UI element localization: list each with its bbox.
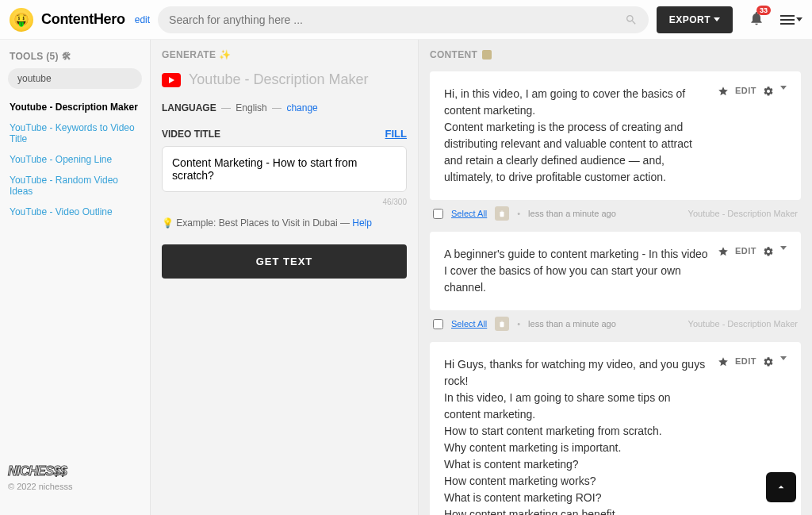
global-search[interactable]	[158, 6, 649, 33]
caret-down-icon	[780, 356, 787, 360]
search-input[interactable]	[169, 13, 625, 26]
youtube-icon	[162, 73, 181, 87]
source-label: Youtube - Description Maker	[688, 319, 798, 329]
gear-icon[interactable]	[763, 86, 774, 98]
tool-title: Youtube - Description Maker	[189, 71, 368, 88]
app-logo: 🤑	[10, 8, 33, 32]
language-row: LANGUAGE — English — change	[162, 102, 407, 113]
result-footer: Select All • less than a minute ago Yout…	[430, 310, 801, 342]
result-card: A beginner's guide to content marketing …	[430, 232, 801, 310]
video-title-label: VIDEO TITLE	[162, 129, 220, 140]
star-icon[interactable]	[718, 86, 729, 98]
example-row: 💡 Example: Best Places to Visit in Dubai…	[162, 217, 407, 229]
sidebar-item-keywords-to-title[interactable]: YouTube - Keywords to Video Title	[8, 117, 142, 149]
select-all-link[interactable]: Select All	[451, 319, 487, 329]
sidebar-item-description-maker[interactable]: Youtube - Description Maker	[8, 97, 142, 117]
gear-icon[interactable]	[763, 356, 774, 369]
bulb-icon: 💡	[162, 217, 174, 229]
generate-panel: GENERATE ✨ Youtube - Description Maker L…	[151, 40, 419, 515]
change-language-link[interactable]: change	[286, 102, 317, 113]
edit-button[interactable]: EDIT	[735, 356, 756, 366]
caret-down-icon	[780, 246, 787, 250]
star-icon[interactable]	[718, 246, 729, 259]
sidebar-header: TOOLS (5) 🛠	[10, 51, 142, 62]
dot-separator: •	[517, 319, 520, 329]
source-label: Youtube - Description Maker	[688, 209, 798, 218]
star-icon[interactable]	[718, 356, 729, 369]
gear-icon[interactable]	[763, 246, 774, 259]
edit-link[interactable]: edit	[135, 14, 150, 25]
content-panel: CONTENT Hi, in this video, I am going to…	[419, 40, 812, 515]
copyright: © 2022 nichesss	[8, 482, 142, 491]
tools-label: TOOLS (5)	[10, 51, 59, 62]
notification-badge: 33	[756, 6, 771, 15]
sidebar-footer: NICHES$$ © 2022 nichesss	[8, 464, 142, 507]
timestamp: less than a minute ago	[528, 209, 616, 218]
export-button[interactable]: EXPORT	[657, 6, 733, 33]
brand-name: ContentHero	[41, 11, 125, 28]
video-title-input[interactable]	[162, 146, 407, 192]
delete-button[interactable]	[495, 317, 509, 331]
language-label: LANGUAGE	[162, 102, 216, 113]
main-layout: TOOLS (5) 🛠 Youtube - Description Maker …	[0, 40, 812, 515]
select-checkbox[interactable]	[433, 209, 443, 219]
result-footer: Select All • less than a minute ago Yout…	[430, 200, 801, 232]
sparkle-icon: ✨	[219, 49, 231, 60]
card-actions: EDIT	[718, 86, 787, 186]
sidebar-item-opening-line[interactable]: YouTube - Opening Line	[8, 149, 142, 170]
char-count: 46/300	[162, 198, 407, 206]
export-label: EXPORT	[669, 14, 710, 25]
generate-header: GENERATE ✨	[162, 49, 407, 60]
timestamp: less than a minute ago	[528, 319, 616, 329]
result-card: Hi Guys, thanks for watching my video, a…	[430, 342, 801, 515]
card-actions: EDIT	[718, 246, 787, 296]
top-bar: 🤑 ContentHero edit EXPORT 33	[0, 0, 812, 40]
hamburger-icon	[780, 15, 795, 25]
tool-title-row: Youtube - Description Maker	[162, 71, 407, 88]
sidebar-item-random-ideas[interactable]: YouTube - Random Video Ideas	[8, 170, 142, 202]
example-text: Example: Best Places to Visit in Dubai	[176, 217, 337, 229]
dot-separator: •	[517, 209, 520, 218]
content-header: CONTENT	[430, 49, 801, 60]
caret-down-icon	[780, 86, 787, 90]
delete-button[interactable]	[495, 206, 509, 221]
language-value: English	[236, 102, 266, 113]
edit-button[interactable]: EDIT	[735, 86, 756, 95]
notifications-button[interactable]: 33	[749, 10, 764, 29]
bell-icon	[749, 15, 764, 29]
content-icon	[482, 50, 492, 60]
result-card: Hi, in this video, I am going to cover t…	[430, 71, 801, 200]
fill-link[interactable]: FILL	[385, 128, 407, 140]
video-title-header: VIDEO TITLE FILL	[162, 128, 407, 140]
sidebar-search-input[interactable]	[8, 68, 142, 89]
result-text: Hi, in this video, I am going to cover t…	[444, 86, 710, 186]
edit-button[interactable]: EDIT	[735, 246, 756, 256]
sidebar: TOOLS (5) 🛠 Youtube - Description Maker …	[0, 40, 151, 515]
caret-down-icon	[714, 17, 720, 21]
sidebar-item-video-outline[interactable]: YouTube - Video Outline	[8, 202, 142, 222]
nichesss-logo: NICHES$$	[8, 464, 142, 478]
result-text: A beginner's guide to content marketing …	[444, 246, 710, 296]
tools-icon: 🛠	[62, 51, 71, 62]
select-all-link[interactable]: Select All	[451, 209, 487, 218]
caret-down-icon	[796, 17, 802, 21]
select-checkbox[interactable]	[433, 319, 443, 329]
help-link[interactable]: Help	[352, 217, 372, 229]
search-icon	[625, 13, 638, 26]
menu-button[interactable]	[780, 15, 802, 25]
get-text-button[interactable]: GET TEXT	[162, 244, 407, 279]
scroll-to-top-button[interactable]	[766, 472, 796, 502]
result-text: Hi Guys, thanks for watching my video, a…	[444, 356, 710, 515]
